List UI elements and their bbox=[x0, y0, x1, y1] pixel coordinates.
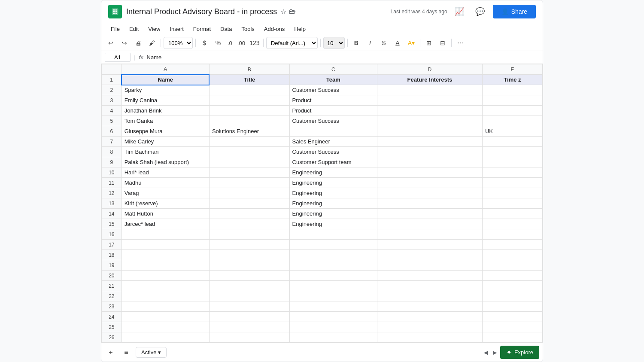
borders-button[interactable]: ⊞ bbox=[423, 37, 435, 49]
cell-D23[interactable] bbox=[377, 301, 482, 312]
cell-C7[interactable]: Sales Engineer bbox=[289, 137, 377, 147]
cell-C6[interactable] bbox=[289, 126, 377, 137]
cell-C15[interactable]: Engineering bbox=[289, 219, 377, 229]
cell-C27[interactable] bbox=[289, 343, 377, 343]
cell-A24[interactable] bbox=[122, 312, 209, 322]
font-select[interactable]: Default (Ari...) bbox=[266, 37, 318, 49]
menu-insert[interactable]: Insert bbox=[165, 23, 188, 35]
cell-A2[interactable]: Sparky bbox=[122, 85, 209, 95]
cell-A8[interactable]: Tim Bachman bbox=[122, 147, 209, 157]
cell-D2[interactable] bbox=[377, 85, 482, 95]
cell-E9[interactable] bbox=[482, 157, 542, 167]
strikethrough-button[interactable]: S bbox=[378, 37, 390, 49]
cell-C4[interactable]: Product bbox=[289, 106, 377, 116]
cell-C12[interactable]: Engineering bbox=[289, 188, 377, 198]
cell-D26[interactable] bbox=[377, 332, 482, 343]
cell-B24[interactable] bbox=[209, 312, 289, 322]
menu-file[interactable]: File bbox=[106, 23, 124, 35]
menu-addons[interactable]: Add-ons bbox=[260, 23, 289, 35]
cell-E7[interactable] bbox=[482, 137, 542, 147]
add-sheet-button[interactable]: + bbox=[105, 347, 117, 359]
cell-C14[interactable]: Engineering bbox=[289, 209, 377, 219]
cell-C17[interactable] bbox=[289, 240, 377, 250]
underline-button[interactable]: A bbox=[392, 37, 404, 49]
cell-E4[interactable] bbox=[482, 106, 542, 116]
cell-D27[interactable] bbox=[377, 343, 482, 343]
cell-D20[interactable] bbox=[377, 271, 482, 281]
cell-A16[interactable] bbox=[122, 229, 209, 240]
cell-E15[interactable] bbox=[482, 219, 542, 229]
cell-C5[interactable]: Customer Success bbox=[289, 116, 377, 126]
cell-C24[interactable] bbox=[289, 312, 377, 322]
cell-A4[interactable]: Jonathan Brink bbox=[122, 106, 209, 116]
cell-C13[interactable]: Engineering bbox=[289, 198, 377, 209]
fill-color-button[interactable]: A▾ bbox=[405, 37, 417, 49]
currency-button[interactable]: $ bbox=[198, 37, 210, 49]
cell-B27[interactable] bbox=[209, 343, 289, 343]
active-sheet-tab[interactable]: Active ▾ bbox=[136, 347, 167, 358]
cell-B2[interactable] bbox=[209, 85, 289, 95]
cell-E14[interactable] bbox=[482, 209, 542, 219]
cell-B18[interactable] bbox=[209, 250, 289, 260]
cell-B9[interactable] bbox=[209, 157, 289, 167]
cell-E3[interactable] bbox=[482, 95, 542, 106]
cell-e1[interactable]: Time z bbox=[482, 75, 542, 85]
cell-C21[interactable] bbox=[289, 281, 377, 291]
print-button[interactable]: 🖨 bbox=[132, 37, 144, 49]
cell-E24[interactable] bbox=[482, 312, 542, 322]
cell-E13[interactable] bbox=[482, 198, 542, 209]
cell-B17[interactable] bbox=[209, 240, 289, 250]
cell-a1[interactable]: Name bbox=[122, 75, 209, 85]
undo-button[interactable]: ↩ bbox=[105, 37, 117, 49]
cell-A27[interactable] bbox=[122, 343, 209, 343]
cell-E19[interactable] bbox=[482, 260, 542, 271]
cell-E20[interactable] bbox=[482, 271, 542, 281]
cell-A11[interactable]: Madhu bbox=[122, 178, 209, 188]
cell-E18[interactable] bbox=[482, 250, 542, 260]
more-toolbar-button[interactable]: ⋯ bbox=[454, 37, 466, 49]
explore-button[interactable]: ✦ Explore bbox=[500, 346, 539, 359]
cell-E27[interactable] bbox=[482, 343, 542, 343]
cell-A25[interactable] bbox=[122, 322, 209, 332]
cell-E10[interactable] bbox=[482, 167, 542, 178]
cell-E8[interactable] bbox=[482, 147, 542, 157]
cell-C23[interactable] bbox=[289, 301, 377, 312]
cell-A13[interactable]: Kirit (reserve) bbox=[122, 198, 209, 209]
bold-button[interactable]: B bbox=[350, 37, 362, 49]
col-header-e[interactable]: E bbox=[482, 64, 542, 75]
folder-icon[interactable]: 🗁 bbox=[289, 8, 296, 15]
cell-B7[interactable] bbox=[209, 137, 289, 147]
format-num-button[interactable]: 123 bbox=[249, 37, 261, 49]
col-header-d[interactable]: D bbox=[377, 64, 482, 75]
menu-view[interactable]: View bbox=[144, 23, 164, 35]
paint-format-button[interactable]: 🖌 bbox=[146, 37, 158, 49]
comment-icon-btn[interactable]: 💬 bbox=[472, 4, 488, 19]
cell-A19[interactable] bbox=[122, 260, 209, 271]
cell-A21[interactable] bbox=[122, 281, 209, 291]
cell-D17[interactable] bbox=[377, 240, 482, 250]
cell-D4[interactable] bbox=[377, 106, 482, 116]
cell-D13[interactable] bbox=[377, 198, 482, 209]
cell-B4[interactable] bbox=[209, 106, 289, 116]
formula-input[interactable] bbox=[147, 54, 539, 61]
cell-A6[interactable]: Giuseppe Mura bbox=[122, 126, 209, 137]
cell-D18[interactable] bbox=[377, 250, 482, 260]
cell-E6[interactable]: UK bbox=[482, 126, 542, 137]
cell-b1[interactable]: Title bbox=[209, 75, 289, 85]
cell-d1[interactable]: Feature Interests bbox=[377, 75, 482, 85]
cell-A5[interactable]: Tom Ganka bbox=[122, 116, 209, 126]
cell-A23[interactable] bbox=[122, 301, 209, 312]
zoom-select[interactable]: 100% bbox=[164, 37, 193, 49]
cell-D22[interactable] bbox=[377, 291, 482, 301]
percent-button[interactable]: % bbox=[212, 37, 224, 49]
cell-B15[interactable] bbox=[209, 219, 289, 229]
cell-D12[interactable] bbox=[377, 188, 482, 198]
cell-A7[interactable]: Mike Carley bbox=[122, 137, 209, 147]
menu-data[interactable]: Data bbox=[216, 23, 236, 35]
cell-C22[interactable] bbox=[289, 291, 377, 301]
cell-C20[interactable] bbox=[289, 271, 377, 281]
cell-C19[interactable] bbox=[289, 260, 377, 271]
spreadsheet-area[interactable]: A B C D E 1 Name Title Team Feature Inte… bbox=[101, 64, 543, 343]
col-header-c[interactable]: C bbox=[289, 64, 377, 75]
cell-B8[interactable] bbox=[209, 147, 289, 157]
